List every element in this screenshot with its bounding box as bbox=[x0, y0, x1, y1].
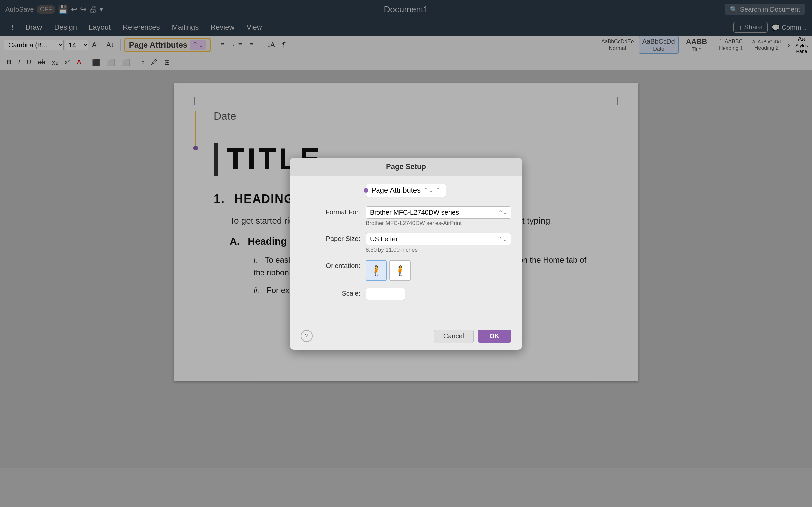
paper-size-field: US Letter ⌃⌄ 8.50 by 11.00 inches bbox=[365, 233, 511, 253]
paper-size-row: Paper Size: US Letter ⌃⌄ 8.50 by 11.00 i… bbox=[301, 233, 511, 253]
modal-dropdown-label: Page Attributes bbox=[371, 186, 420, 195]
orientation-field: 🧍 🧍 bbox=[365, 260, 511, 281]
paper-size-arrows: ⌃⌄ bbox=[499, 236, 507, 242]
paper-size-hint: 8.50 by 11.00 inches bbox=[365, 247, 511, 253]
portrait-btn[interactable]: 🧍 bbox=[365, 260, 387, 281]
modal-footer: ? Cancel OK bbox=[290, 326, 522, 350]
modal-dropdown-row: Page Attributes ⌃⌄ bbox=[301, 184, 511, 197]
page-setup-modal: Page Setup Page Attributes ⌃⌄ Format For… bbox=[290, 158, 522, 350]
modal-dropdown-arrow: ⌃⌄ bbox=[423, 187, 433, 194]
paper-size-value: US Letter bbox=[370, 235, 398, 243]
format-for-field: Brother MFC-L2740DW series ⌃⌄ Brother MF… bbox=[365, 206, 511, 227]
modal-body: Page Attributes ⌃⌄ Format For: Brother M… bbox=[290, 176, 522, 315]
paper-size-select[interactable]: US Letter ⌃⌄ bbox=[365, 233, 511, 245]
orientation-row: Orientation: 🧍 🧍 bbox=[301, 260, 511, 281]
orientation-buttons: 🧍 🧍 bbox=[365, 260, 511, 281]
ok-button[interactable]: OK bbox=[477, 330, 511, 343]
cancel-button[interactable]: Cancel bbox=[434, 330, 474, 343]
paper-size-label: Paper Size: bbox=[301, 233, 360, 243]
format-for-label: Format For: bbox=[301, 206, 360, 216]
help-button[interactable]: ? bbox=[301, 330, 312, 342]
page-attributes-dropdown[interactable]: Page Attributes ⌃⌄ bbox=[365, 184, 447, 197]
landscape-icon: 🧍 bbox=[394, 265, 406, 276]
format-for-hint: Brother MFC-L2740DW series-AirPrint bbox=[365, 220, 511, 227]
scale-row: Scale: 100% bbox=[301, 288, 511, 300]
modal-title: Page Setup bbox=[290, 158, 522, 176]
modal-overlay: Page Setup Page Attributes ⌃⌄ Format For… bbox=[0, 0, 812, 507]
scale-field: 100% bbox=[365, 288, 511, 300]
orientation-label: Orientation: bbox=[301, 260, 360, 270]
scale-label: Scale: bbox=[301, 288, 360, 297]
format-for-select[interactable]: Brother MFC-L2740DW series ⌃⌄ bbox=[365, 206, 511, 219]
format-for-row: Format For: Brother MFC-L2740DW series ⌃… bbox=[301, 206, 511, 227]
scale-input[interactable]: 100% bbox=[365, 288, 405, 300]
portrait-icon: 🧍 bbox=[370, 265, 382, 276]
format-for-arrows: ⌃⌄ bbox=[499, 209, 507, 216]
help-icon: ? bbox=[305, 333, 308, 340]
landscape-btn[interactable]: 🧍 bbox=[390, 260, 411, 281]
modal-divider bbox=[290, 320, 522, 320]
connector-dot bbox=[364, 188, 368, 193]
format-for-value: Brother MFC-L2740DW series bbox=[370, 209, 459, 216]
